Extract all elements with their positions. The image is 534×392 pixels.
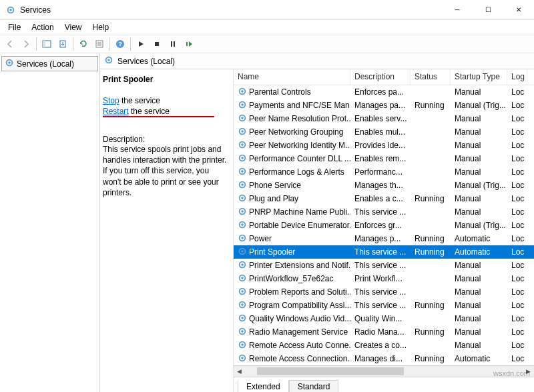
list-body[interactable]: Parental ControlsEnforces pa...ManualLoc… bbox=[234, 85, 534, 365]
cell-startup: Automatic bbox=[451, 247, 507, 257]
help-button[interactable]: ? bbox=[113, 37, 127, 51]
restart-service-link[interactable]: Restart bbox=[103, 107, 129, 116]
column-description[interactable]: Description bbox=[350, 69, 411, 85]
cell-startup: Automatic bbox=[451, 234, 507, 243]
tab-extended[interactable]: Extended bbox=[238, 380, 289, 392]
service-row[interactable]: Peer Networking GroupingEnables mul...Ma… bbox=[234, 125, 534, 139]
cell-startup: Manual (Trig... bbox=[451, 101, 507, 110]
cell-startup: Manual (Trig... bbox=[451, 221, 507, 230]
cell-logon: Loc bbox=[507, 127, 527, 137]
horizontal-scrollbar[interactable]: ◀ ▶ bbox=[234, 365, 534, 377]
restart-service-line: Restart the service bbox=[103, 107, 228, 116]
stop-service-link[interactable]: Stop bbox=[103, 96, 119, 105]
gear-icon bbox=[238, 273, 247, 285]
cell-startup: Manual bbox=[451, 154, 507, 163]
maximize-button[interactable]: ☐ bbox=[473, 0, 503, 19]
cell-description: Quality Win... bbox=[350, 314, 411, 323]
service-row[interactable]: Remote Access Connection...Manages di...… bbox=[234, 352, 534, 365]
menu-bar: File Action View Help bbox=[0, 20, 534, 35]
properties-button[interactable] bbox=[92, 37, 107, 51]
svg-rect-14 bbox=[186, 42, 188, 46]
title-bar: Services ─ ☐ ✕ bbox=[0, 0, 534, 20]
toolbar: ? bbox=[0, 35, 534, 53]
svg-point-30 bbox=[241, 157, 244, 159]
start-service-button[interactable] bbox=[134, 37, 148, 51]
gear-icon bbox=[238, 167, 247, 178]
cell-logon: Loc bbox=[507, 141, 527, 150]
service-row[interactable]: Phone ServiceManages th...Manual (Trig..… bbox=[234, 179, 534, 192]
service-row[interactable]: PNRP Machine Name Publi...This service .… bbox=[234, 205, 534, 219]
service-row[interactable]: PrintWorkflow_57e62acPrint Workfl...Manu… bbox=[234, 272, 534, 285]
cell-description: Enforces pa... bbox=[350, 87, 411, 97]
service-row[interactable]: PowerManages p...RunningAutomaticLoc bbox=[234, 232, 534, 245]
service-row[interactable]: Program Compatibility Assi...This servic… bbox=[234, 299, 534, 312]
scroll-thumb[interactable] bbox=[257, 367, 404, 375]
service-row[interactable]: Plug and PlayEnables a c...RunningManual… bbox=[234, 192, 534, 205]
cell-name: Plug and Play bbox=[234, 193, 350, 205]
service-row[interactable]: Portable Device Enumerator...Enforces gr… bbox=[234, 219, 534, 232]
menu-file[interactable]: File bbox=[3, 21, 26, 33]
menu-action[interactable]: Action bbox=[26, 21, 59, 33]
gear-icon bbox=[238, 87, 247, 98]
service-row[interactable]: Peer Networking Identity M...Provides id… bbox=[234, 139, 534, 152]
minimize-button[interactable]: ─ bbox=[442, 0, 473, 19]
service-row[interactable]: Problem Reports and Soluti...This servic… bbox=[234, 285, 534, 299]
cell-name: Remote Access Connection... bbox=[234, 353, 350, 365]
gear-icon bbox=[238, 247, 247, 258]
tree-root-services-local[interactable]: Services (Local) bbox=[1, 56, 98, 71]
cell-logon: Loc bbox=[507, 234, 527, 243]
service-row[interactable]: Quality Windows Audio Vid...Quality Win.… bbox=[234, 312, 534, 325]
restart-service-button[interactable] bbox=[182, 37, 196, 51]
cell-name: PNRP Machine Name Publi... bbox=[234, 207, 350, 218]
scroll-right-arrow[interactable]: ▶ bbox=[523, 368, 534, 375]
list-header: Name Description Status Startup Type Log bbox=[234, 69, 534, 85]
cell-logon: Loc bbox=[507, 101, 527, 110]
tab-standard[interactable]: Standard bbox=[289, 380, 339, 392]
service-row[interactable]: Payments and NFC/SE Man...Manages pa...R… bbox=[234, 99, 534, 112]
cell-name: Phone Service bbox=[234, 180, 350, 191]
stop-service-button[interactable] bbox=[150, 37, 164, 51]
service-row[interactable]: Print SpoolerThis service ...RunningAuto… bbox=[234, 245, 534, 259]
gear-icon bbox=[238, 113, 247, 125]
cell-logon: Loc bbox=[507, 301, 527, 310]
menu-help[interactable]: Help bbox=[87, 21, 115, 33]
cell-description: This service ... bbox=[350, 301, 411, 310]
column-logon[interactable]: Log bbox=[507, 69, 527, 85]
service-row[interactable]: Remote Access Auto Conne...Creates a co.… bbox=[234, 339, 534, 352]
cell-description: Manages pa... bbox=[350, 101, 411, 110]
cell-description: This service ... bbox=[350, 287, 411, 297]
detail-panel: Print Spooler Stop the service Restart t… bbox=[100, 69, 234, 392]
console-tree[interactable]: Services (Local) bbox=[0, 53, 100, 392]
service-row[interactable]: Performance Counter DLL ...Enables rem..… bbox=[234, 152, 534, 165]
cell-startup: Manual bbox=[451, 141, 507, 150]
service-row[interactable]: Radio Management ServiceRadio Mana...Run… bbox=[234, 325, 534, 339]
export-button[interactable] bbox=[55, 37, 70, 51]
cell-description: Performanc... bbox=[350, 167, 411, 177]
show-hide-tree-button[interactable] bbox=[39, 37, 54, 51]
gear-icon bbox=[5, 58, 14, 69]
scroll-left-arrow[interactable]: ◀ bbox=[234, 368, 245, 375]
pause-service-button[interactable] bbox=[166, 37, 180, 51]
column-name[interactable]: Name bbox=[234, 69, 350, 85]
cell-name: Peer Name Resolution Prot... bbox=[234, 113, 350, 125]
service-row[interactable]: Parental ControlsEnforces pa...ManualLoc bbox=[234, 85, 534, 99]
menu-view[interactable]: View bbox=[59, 21, 87, 33]
services-list: Name Description Status Startup Type Log… bbox=[234, 69, 534, 392]
close-button[interactable]: ✕ bbox=[503, 0, 534, 19]
svg-text:?: ? bbox=[118, 41, 122, 47]
cell-startup: Manual bbox=[451, 287, 507, 297]
cell-status: Running bbox=[411, 301, 451, 310]
gear-icon bbox=[238, 180, 247, 191]
refresh-button[interactable] bbox=[76, 37, 91, 51]
service-row[interactable]: Peer Name Resolution Prot...Enables serv… bbox=[234, 112, 534, 125]
gear-icon bbox=[238, 220, 247, 231]
cell-startup: Manual bbox=[451, 327, 507, 337]
gear-icon bbox=[238, 287, 247, 298]
service-row[interactable]: Printer Extensions and Notif...This serv… bbox=[234, 259, 534, 272]
cell-name: Problem Reports and Soluti... bbox=[234, 287, 350, 298]
app-icon bbox=[5, 5, 16, 15]
column-startup-type[interactable]: Startup Type bbox=[451, 69, 507, 85]
service-row[interactable]: Performance Logs & AlertsPerformanc...Ma… bbox=[234, 165, 534, 179]
svg-point-56 bbox=[241, 330, 244, 333]
column-status[interactable]: Status bbox=[411, 69, 451, 85]
